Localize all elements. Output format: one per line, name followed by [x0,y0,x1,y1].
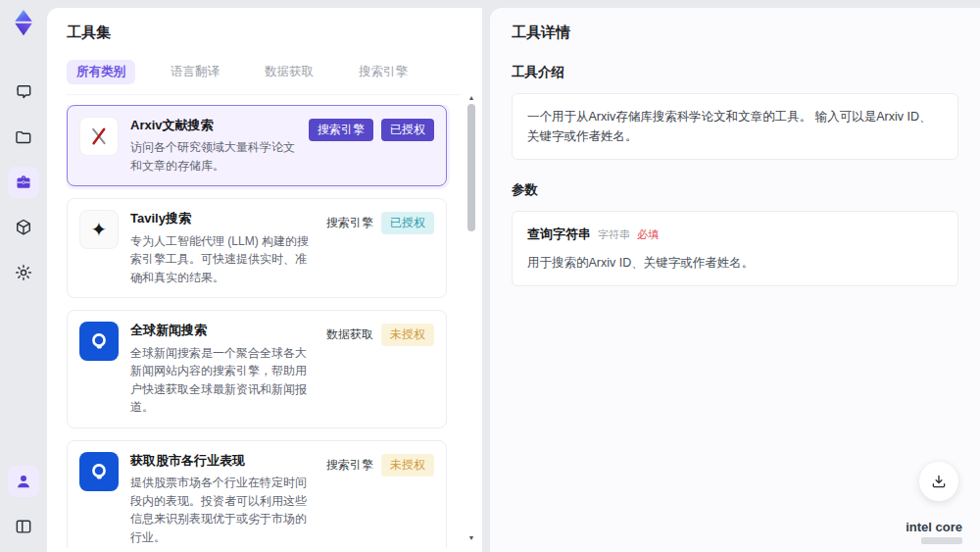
tool-card-stock-sectors[interactable]: 获取股市各行业表现 提供股票市场各个行业在特定时间段内的表现。投资者可以利用这些… [67,440,447,548]
toolbox-icon [14,173,33,192]
intel-core-logo: intel core [906,520,962,544]
app-rail [0,0,47,552]
sidebar-item-packages[interactable] [8,212,39,243]
sidebar-item-settings[interactable] [8,257,39,288]
param-card: 查询字符串 字符串 必填 用于搜索的Arxiv ID、关键字或作者姓名。 [512,211,958,286]
tab-data-fetch[interactable]: 数据获取 [255,60,323,84]
tool-list-panel: 工具集 所有类别 语言翻译 数据获取 搜索引擎 Arxiv文献搜索 访问各个研究… [47,8,482,552]
scrollbar-thumb[interactable] [467,104,475,231]
param-name: 查询字符串 [527,225,591,245]
tool-name: Arxiv文献搜索 [130,117,297,134]
status-badge: 未授权 [381,324,434,346]
param-desc: 用于搜索的Arxiv ID、关键字或作者姓名。 [527,253,943,273]
status-badge: 已授权 [381,212,434,234]
tab-search-engine[interactable]: 搜索引擎 [349,60,417,84]
download-icon [930,473,948,490]
brand-text: intel core [906,520,962,534]
category-label: 数据获取 [326,324,373,346]
sidebar-item-chat[interactable] [8,76,39,108]
tool-card-tavily[interactable]: ✦ Tavily搜索 专为人工智能代理 (LLM) 构建的搜索引擎工具。可快速提… [67,198,447,298]
tool-name: 全球新闻搜索 [130,322,315,339]
news-app-icon [79,322,119,361]
status-badge: 已授权 [381,119,434,141]
main-area: 工具集 所有类别 语言翻译 数据获取 搜索引擎 Arxiv文献搜索 访问各个研究… [47,0,980,552]
params-heading: 参数 [512,181,958,199]
tool-desc: 访问各个研究领域大量科学论文和文章的存储库。 [130,138,297,175]
sidebar-item-files[interactable] [8,122,39,153]
tool-desc: 提供股票市场各个行业在特定时间段内的表现。投资者可以利用这些信息来识别表现优于或… [130,474,315,546]
cube-icon [14,218,33,237]
tool-list: Arxiv文献搜索 访问各个研究领域大量科学论文和文章的存储库。 搜索引擎 已授… [67,105,461,548]
tool-desc: 全球新闻搜索是一个聚合全球各大新闻网站内容的搜索引擎，帮助用户快速获取全球最新资… [130,344,315,417]
tool-detail-panel: 工具详情 工具介绍 一个用于从Arxiv存储库搜索科学论文和文章的工具。 输入可… [490,8,980,552]
app-logo-icon [9,8,38,37]
news-app-icon [79,452,119,491]
intro-card: 一个用于从Arxiv存储库搜索科学论文和文章的工具。 输入可以是Arxiv ID… [512,93,958,160]
param-type: 字符串 [598,226,630,244]
page-title: 工具集 [67,24,461,42]
category-badge: 搜索引擎 [309,119,373,141]
download-button[interactable] [919,462,958,501]
category-tabs: 所有类别 语言翻译 数据获取 搜索引擎 [67,60,461,95]
tool-card-arxiv[interactable]: Arxiv文献搜索 访问各个研究领域大量科学论文和文章的存储库。 搜索引擎 已授… [67,105,447,186]
star-icon: ✦ [79,210,119,249]
category-label: 搜索引擎 [326,212,373,234]
tool-name: 获取股市各行业表现 [130,452,315,470]
panel-toggle-icon [14,517,33,536]
intro-heading: 工具介绍 [512,64,958,81]
sidebar-item-toolbox[interactable] [8,167,39,198]
category-label: 搜索引擎 [326,454,373,477]
arxiv-logo-icon [79,117,119,156]
detail-title: 工具详情 [512,24,958,42]
scroll-down-icon[interactable]: ▼ [466,534,476,542]
gear-icon [14,263,33,282]
scroll-up-icon[interactable]: ▲ [466,94,476,102]
sidebar-item-panel-toggle[interactable] [8,511,39,542]
sidebar-item-user[interactable] [8,466,39,497]
param-required-badge: 必填 [637,226,659,244]
tab-language-translation[interactable]: 语言翻译 [161,60,229,84]
tool-desc: 专为人工智能代理 (LLM) 构建的搜索引擎工具。可快速提供实时、准确和真实的结… [130,232,315,287]
tab-all-categories[interactable]: 所有类别 [67,60,135,84]
folder-icon [14,127,33,147]
chat-icon [14,82,33,102]
tool-card-global-news[interactable]: 全球新闻搜索 全球新闻搜索是一个聚合全球各大新闻网站内容的搜索引擎，帮助用户快速… [67,310,447,428]
tool-name: Tavily搜索 [130,210,315,227]
brand-chip [921,537,962,544]
user-icon [14,472,33,491]
status-badge: 未授权 [381,454,434,477]
list-scrollbar[interactable]: ▲ ▼ [466,94,476,542]
